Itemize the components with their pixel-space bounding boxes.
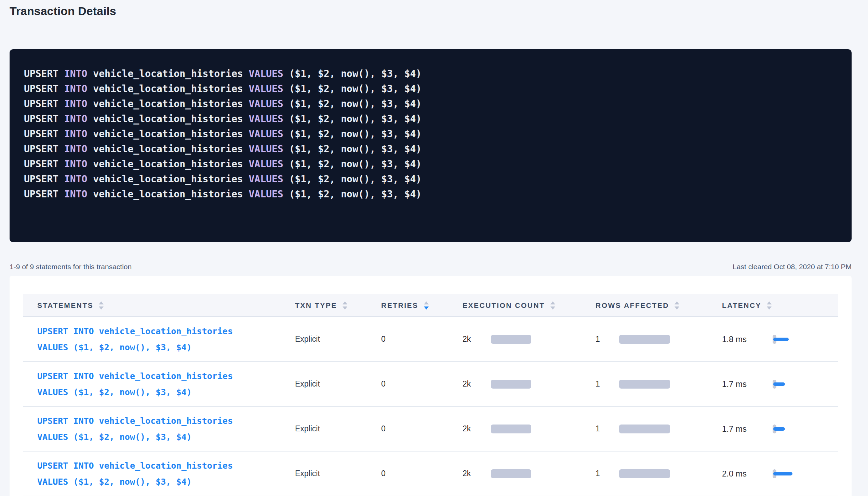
sql-text: vehicle_location_histories — [87, 173, 249, 185]
sort-asc-icon — [343, 301, 347, 304]
sql-text: UPSERT — [24, 98, 64, 109]
sql-keyword: INTO — [64, 83, 87, 94]
rows-affected-bar — [619, 335, 670, 344]
sql-keyword: INTO — [64, 68, 87, 79]
sql-statement-line: UPSERT INTO vehicle_location_histories V… — [24, 66, 838, 81]
latency-value: 1.7 ms — [722, 424, 773, 434]
sort-arrows[interactable] — [675, 301, 679, 310]
txn-type-value: Explicit — [295, 335, 320, 344]
sql-keyword: INTO — [64, 188, 87, 200]
rows-affected-cell: 1 — [596, 469, 722, 478]
rows-affected-bar — [619, 425, 670, 433]
rows-affected-value: 1 — [596, 424, 619, 433]
sql-text: UPSERT — [24, 188, 64, 200]
sql-statement-line: UPSERT INTO vehicle_location_histories V… — [24, 81, 838, 96]
sql-keyword: INTO — [64, 98, 87, 109]
sql-keyword: VALUES — [249, 188, 283, 200]
rows-affected-value: 1 — [596, 379, 619, 389]
latency-bar — [773, 427, 785, 431]
statement-line-2: VALUES ($1, $2, now(), $3, $4) — [37, 384, 233, 400]
sql-text: vehicle_location_histories — [87, 83, 249, 94]
sql-text: ($1, $2, now(), $3, $4) — [283, 98, 422, 109]
txn-type-cell: Explicit — [295, 424, 381, 433]
sql-statement-line: UPSERT INTO vehicle_location_histories V… — [24, 172, 838, 187]
sql-text: vehicle_location_histories — [87, 98, 249, 109]
execution-count-value: 2k — [463, 469, 491, 478]
statement-cell: UPSERT INTO vehicle_location_historiesVA… — [23, 458, 295, 490]
statement-cell: UPSERT INTO vehicle_location_historiesVA… — [23, 368, 295, 400]
statement-link[interactable]: UPSERT INTO vehicle_location_historiesVA… — [37, 323, 233, 355]
sql-keyword: VALUES — [249, 143, 283, 155]
column-header-retries[interactable]: RETRIES — [381, 301, 463, 310]
column-header-rows-affected[interactable]: ROWS AFFECTED — [596, 301, 722, 310]
retries-cell: 0 — [381, 469, 463, 478]
latency-cell: 1.7 ms — [722, 379, 838, 389]
sql-text: UPSERT — [24, 83, 64, 94]
txn-type-value: Explicit — [295, 379, 320, 389]
sort-arrows[interactable] — [99, 301, 104, 310]
latency-bar-chart — [773, 380, 820, 389]
sql-text: ($1, $2, now(), $3, $4) — [283, 158, 422, 170]
table-row: UPSERT INTO vehicle_location_historiesVA… — [23, 452, 838, 496]
statement-link[interactable]: UPSERT INTO vehicle_location_historiesVA… — [37, 368, 233, 400]
sql-keyword: INTO — [64, 113, 87, 125]
sort-arrows[interactable] — [424, 301, 429, 310]
execution-count-value: 2k — [463, 424, 491, 433]
column-header-execution-count[interactable]: EXECUTION COUNT — [463, 301, 596, 310]
sql-keyword: INTO — [64, 143, 87, 155]
sql-text: UPSERT — [24, 113, 64, 125]
sort-arrows[interactable] — [343, 301, 347, 310]
statements-range-text: 1-9 of 9 statements for this transaction — [10, 263, 132, 271]
sort-arrows[interactable] — [767, 301, 772, 310]
sort-desc-icon — [675, 306, 679, 310]
sort-desc-icon — [424, 306, 429, 310]
statement-link[interactable]: UPSERT INTO vehicle_location_historiesVA… — [37, 458, 233, 490]
column-header-latency[interactable]: LATENCY — [722, 301, 838, 310]
sql-statement-line: UPSERT INTO vehicle_location_histories V… — [24, 187, 838, 202]
txn-type-cell: Explicit — [295, 335, 381, 344]
table-row: UPSERT INTO vehicle_location_historiesVA… — [23, 362, 838, 407]
sql-keyword: INTO — [64, 128, 87, 140]
retries-cell: 0 — [381, 335, 463, 344]
rows-affected-value: 1 — [596, 335, 619, 344]
sql-text: ($1, $2, now(), $3, $4) — [283, 128, 422, 140]
rows-affected-cell: 1 — [596, 335, 722, 344]
sql-keyword: INTO — [64, 158, 87, 170]
sql-text: UPSERT — [24, 173, 64, 185]
sort-asc-icon — [99, 301, 104, 304]
rows-affected-bar — [619, 469, 670, 478]
retries-value: 0 — [381, 379, 386, 389]
sort-desc-icon — [767, 306, 772, 310]
sql-statement-line: UPSERT INTO vehicle_location_histories V… — [24, 157, 838, 172]
sort-arrows[interactable] — [550, 301, 555, 310]
retries-value: 0 — [381, 424, 386, 433]
sort-desc-icon — [550, 306, 555, 310]
retries-value: 0 — [381, 335, 386, 344]
statement-line-1: UPSERT INTO vehicle_location_histories — [37, 368, 233, 384]
sql-keyword: VALUES — [249, 128, 283, 140]
txn-type-cell: Explicit — [295, 469, 381, 478]
execution-count-bar — [491, 425, 531, 433]
statement-line-1: UPSERT INTO vehicle_location_histories — [37, 458, 233, 474]
execution-count-bar — [491, 469, 531, 478]
latency-cell: 1.8 ms — [722, 335, 838, 344]
retries-cell: 0 — [381, 424, 463, 433]
sql-keyword: VALUES — [249, 113, 283, 125]
sql-text: vehicle_location_histories — [87, 188, 249, 200]
sql-keyword: VALUES — [249, 158, 283, 170]
sql-text: vehicle_location_histories — [87, 143, 249, 155]
table-row: UPSERT INTO vehicle_location_historiesVA… — [23, 317, 838, 362]
statement-link[interactable]: UPSERT INTO vehicle_location_historiesVA… — [37, 413, 233, 445]
column-header-txn-type[interactable]: TXN TYPE — [295, 301, 381, 310]
rows-affected-bar — [619, 380, 670, 389]
latency-value: 2.0 ms — [722, 469, 773, 479]
txn-type-value: Explicit — [295, 424, 320, 433]
column-header-statements[interactable]: STATEMENTS — [23, 301, 295, 310]
sort-asc-icon — [675, 301, 679, 304]
statement-line-2: VALUES ($1, $2, now(), $3, $4) — [37, 474, 233, 490]
sql-text: ($1, $2, now(), $3, $4) — [283, 188, 422, 200]
column-header-label: STATEMENTS — [37, 301, 93, 310]
execution-count-bar — [491, 380, 531, 389]
sql-statement-line: UPSERT INTO vehicle_location_histories V… — [24, 127, 838, 142]
latency-bar-chart — [773, 469, 820, 478]
